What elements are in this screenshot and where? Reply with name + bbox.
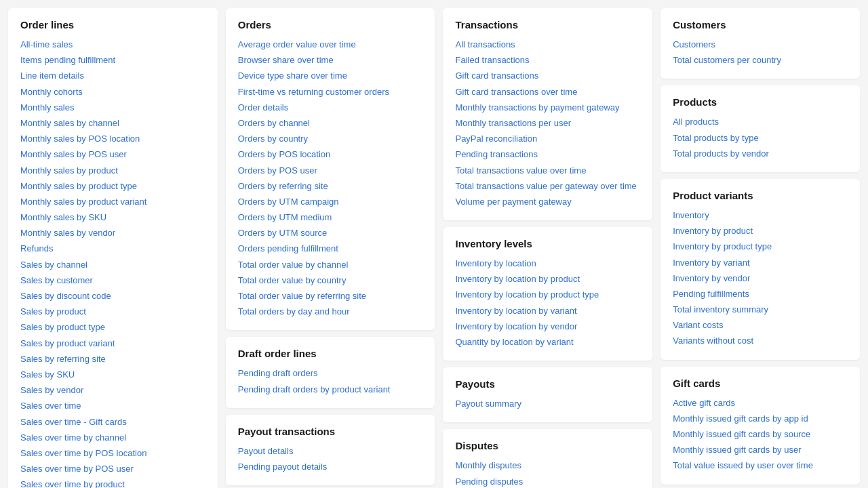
link-item[interactable]: Browser share over time (238, 54, 423, 66)
card-products: ProductsAll productsTotal products by ty… (660, 85, 860, 172)
link-item[interactable]: Monthly sales by product variant (20, 196, 205, 208)
link-item[interactable]: Total order value by country (238, 274, 423, 287)
link-item[interactable]: Monthly sales by product type (20, 180, 205, 192)
link-item[interactable]: Monthly issued gift cards by source (673, 428, 848, 441)
link-item[interactable]: Inventory by vendor (673, 272, 848, 285)
link-item[interactable]: Monthly sales by POS location (20, 133, 205, 145)
link-item[interactable]: Sales over time (20, 400, 205, 412)
link-item[interactable]: Average order value over time (238, 39, 423, 51)
link-item[interactable]: Monthly issued gift cards by user (673, 444, 848, 456)
link-item[interactable]: Orders pending fulfillment (238, 243, 423, 255)
link-item[interactable]: Gift card transactions over time (455, 86, 640, 98)
link-item[interactable]: Monthly transactions per user (455, 117, 640, 129)
link-item[interactable]: Total customers per country (673, 54, 848, 66)
card-title-draft-order-lines: Draft order lines (238, 348, 423, 359)
link-item[interactable]: Sales by product type (20, 321, 205, 333)
link-item[interactable]: Pending draft orders (238, 367, 423, 380)
link-item[interactable]: Monthly transactions by payment gateway (455, 102, 640, 114)
link-item[interactable]: Variants without cost (673, 335, 848, 347)
link-item[interactable]: All transactions (455, 39, 640, 51)
link-item[interactable]: Total value issued by user over time (673, 460, 848, 472)
link-item[interactable]: Monthly sales by vendor (20, 227, 205, 239)
link-item[interactable]: Inventory by location by vendor (455, 321, 640, 333)
link-item[interactable]: All-time sales (20, 39, 205, 51)
column-col-1: Order linesAll-time salesItems pending f… (8, 8, 218, 488)
link-item[interactable]: Line item details (20, 70, 205, 82)
card-order-lines: Order linesAll-time salesItems pending f… (8, 8, 218, 488)
link-item[interactable]: All products (673, 116, 848, 128)
link-item[interactable]: Pending draft orders by product variant (238, 384, 423, 396)
link-list-products: All productsTotal products by typeTotal … (673, 116, 848, 160)
link-item[interactable]: Volume per payment gateway (455, 196, 640, 208)
link-item[interactable]: Items pending fulfillment (20, 54, 205, 66)
link-item[interactable]: Monthly sales by product (20, 165, 205, 177)
link-item[interactable]: Inventory by product (673, 225, 848, 237)
link-item[interactable]: Monthly sales by POS user (20, 148, 205, 161)
link-item[interactable]: Sales by referring site (20, 353, 205, 365)
link-item[interactable]: Orders by POS location (238, 148, 423, 161)
link-item[interactable]: Variant costs (673, 319, 848, 331)
link-item[interactable]: Device type share over time (238, 70, 423, 82)
link-item[interactable]: Sales by product variant (20, 338, 205, 350)
link-item[interactable]: Payout summary (455, 398, 640, 410)
link-item[interactable]: Sales over time by POS location (20, 447, 205, 460)
link-item[interactable]: Customers (673, 39, 848, 51)
link-item[interactable]: Total orders by day and hour (238, 306, 423, 318)
link-item[interactable]: Monthly disputes (455, 460, 640, 472)
link-item[interactable]: Sales over time by POS user (20, 463, 205, 475)
link-item[interactable]: Orders by UTM source (238, 227, 423, 239)
link-item[interactable]: Sales over time by channel (20, 432, 205, 444)
link-item[interactable]: Failed transactions (455, 54, 640, 66)
link-item[interactable]: Sales over time - Gift cards (20, 416, 205, 428)
link-item[interactable]: Orders by country (238, 133, 423, 145)
link-item[interactable]: PayPal reconciliation (455, 133, 640, 145)
link-item[interactable]: Orders by UTM medium (238, 211, 423, 224)
link-list-product-variants: InventoryInventory by productInventory b… (673, 209, 848, 348)
link-item[interactable]: Pending payout details (238, 461, 423, 473)
link-item[interactable]: Total inventory summary (673, 304, 848, 316)
link-item[interactable]: Gift card transactions (455, 70, 640, 82)
link-item[interactable]: Sales by channel (20, 259, 205, 271)
link-item[interactable]: Orders by referring site (238, 180, 423, 192)
link-item[interactable]: Monthly sales (20, 102, 205, 114)
link-item[interactable]: Sales by SKU (20, 369, 205, 381)
link-item[interactable]: Refunds (20, 243, 205, 255)
link-item[interactable]: Total products by vendor (673, 148, 848, 160)
link-item[interactable]: Inventory by location by product (455, 273, 640, 285)
link-item[interactable]: Total transactions value per gateway ove… (455, 180, 640, 192)
link-item[interactable]: Inventory by location (455, 258, 640, 270)
link-item[interactable]: Inventory by variant (673, 257, 848, 269)
link-item[interactable]: Inventory by product type (673, 241, 848, 253)
link-item[interactable]: Payout details (238, 445, 423, 458)
link-item[interactable]: Monthly issued gift cards by app id (673, 413, 848, 425)
link-item[interactable]: Active gift cards (673, 397, 848, 409)
link-item[interactable]: Pending transactions (455, 148, 640, 161)
link-item[interactable]: Total order value by referring site (238, 290, 423, 302)
link-item[interactable]: Inventory by location by product type (455, 289, 640, 301)
link-item[interactable]: Order details (238, 102, 423, 114)
link-item[interactable]: Sales by vendor (20, 384, 205, 396)
link-item[interactable]: Monthly sales by channel (20, 117, 205, 129)
link-item[interactable]: Total products by type (673, 132, 848, 144)
card-gift-cards: Gift cardsActive gift cardsMonthly issue… (660, 367, 860, 485)
card-product-variants: Product variantsInventoryInventory by pr… (660, 179, 860, 360)
link-item[interactable]: Total order value by channel (238, 259, 423, 271)
link-item[interactable]: Monthly cohorts (20, 86, 205, 98)
link-item[interactable]: First-time vs returning customer orders (238, 86, 423, 98)
link-item[interactable]: Sales over time by product (20, 479, 205, 488)
column-col-4: CustomersCustomersTotal customers per co… (660, 8, 860, 488)
link-item[interactable]: Quantity by location by variant (455, 336, 640, 348)
link-item[interactable]: Orders by channel (238, 117, 423, 129)
link-item[interactable]: Orders by UTM campaign (238, 196, 423, 208)
link-item[interactable]: Sales by discount code (20, 290, 205, 302)
link-item[interactable]: Sales by product (20, 306, 205, 318)
link-item[interactable]: Inventory (673, 209, 848, 222)
link-item[interactable]: Inventory by location by variant (455, 305, 640, 317)
link-item[interactable]: Monthly sales by SKU (20, 211, 205, 224)
link-item[interactable]: Orders by POS user (238, 165, 423, 177)
link-list-customers: CustomersTotal customers per country (673, 39, 848, 66)
link-item[interactable]: Pending disputes (455, 476, 640, 488)
link-item[interactable]: Total transactions value over time (455, 165, 640, 177)
link-item[interactable]: Sales by customer (20, 274, 205, 287)
link-item[interactable]: Pending fulfillments (673, 288, 848, 300)
